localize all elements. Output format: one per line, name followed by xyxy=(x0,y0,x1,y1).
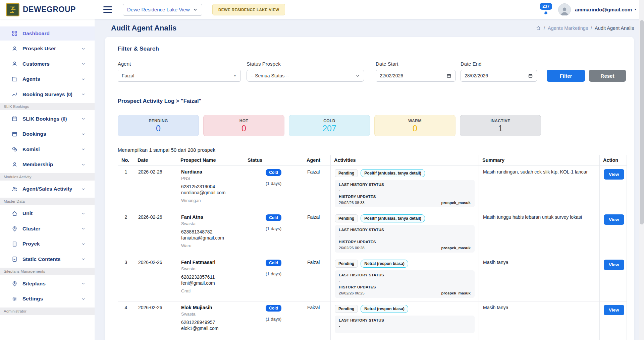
brand-logo-icon xyxy=(6,3,19,16)
history-tag: prospek_masuk xyxy=(441,291,471,295)
project-badge-button[interactable]: DEWE RESIDENCE LAKE VIEW xyxy=(212,4,285,15)
chevron-down-icon xyxy=(81,257,86,262)
sidebar-item-komisi[interactable]: Komisi xyxy=(0,142,95,156)
reset-button[interactable]: Reset xyxy=(589,70,626,82)
chevron-down-icon xyxy=(81,61,86,66)
page-title: Audit Agent Analis xyxy=(111,24,176,32)
sidebar-item-settings[interactable]: Settings xyxy=(0,292,95,306)
agent-label: Agent xyxy=(118,61,240,67)
date-start-value: 22/02/2026 xyxy=(380,73,403,78)
view-button[interactable]: View xyxy=(604,260,624,270)
history-updates-row: 26/02/26 06:28 prospek_masuk xyxy=(339,246,471,250)
activity-response-badge: Netral (respon biasa) xyxy=(361,305,408,313)
agent-select[interactable]: Faizal ▼ xyxy=(118,70,240,82)
sidebar-item-unit[interactable]: Unit xyxy=(0,206,95,220)
chevron-down-icon xyxy=(81,162,86,167)
prospect-location: Waru xyxy=(181,243,240,248)
sidebar-section-label: Master Data xyxy=(0,198,95,205)
page-scrollbar[interactable] xyxy=(639,0,644,340)
status-card-warm: WARM 0 xyxy=(374,115,455,136)
chart-line-icon xyxy=(11,91,18,97)
sidebar: Dashboard Prospek User Customers xyxy=(0,19,95,340)
view-button[interactable]: View xyxy=(604,169,624,180)
status-prospek-select[interactable]: -- Semua Status -- xyxy=(247,70,364,82)
date-start-label: Date Start xyxy=(376,61,455,67)
row-summary: Masih tanya xyxy=(479,256,600,301)
page-scrollbar-thumb[interactable] xyxy=(640,20,644,224)
table-row: 4 2026-02-26 Elok Mujiasih Swasta 628122… xyxy=(118,301,627,340)
row-date: 2026-02-26 xyxy=(134,256,177,301)
sidebar-item-agent-sales-activity[interactable]: Agent/Sales Activity xyxy=(0,182,95,196)
filter-button[interactable]: Filter xyxy=(547,70,585,82)
date-end-input[interactable]: 28/02/2026 xyxy=(461,70,537,82)
user-menu[interactable]: ammarindo@gmail.com xyxy=(575,7,637,12)
user-avatar[interactable] xyxy=(558,3,571,16)
sidebar-item-prospek-user[interactable]: Prospek User xyxy=(0,42,95,56)
table-info-text: Menampilkan 1 sampai 50 dari 208 prospek xyxy=(118,147,627,153)
sidebar-section-label: Modules Activity xyxy=(0,173,95,181)
status-prospek-label: Status Prospek xyxy=(247,61,364,67)
activity-response-badge: Positif (antusias, tanya detail) xyxy=(361,169,425,177)
prospect-occupation: PNS xyxy=(181,176,240,181)
breadcrumb: / Agents Marketings / Audit Agent Analis xyxy=(536,25,634,31)
select-arrow-icon: ▼ xyxy=(233,74,236,77)
prospect-email: nurdiana@gmail.com xyxy=(181,190,240,195)
chevron-down-icon xyxy=(81,281,86,286)
sidebar-item-dashboard[interactable]: Dashboard xyxy=(0,26,95,41)
prospect-email: faniatna@gmail.com xyxy=(181,235,240,241)
chevron-down-icon xyxy=(81,92,86,97)
sidebar-item-static-contents[interactable]: Static Contents xyxy=(0,252,95,266)
sidebar-item-cluster[interactable]: Cluster xyxy=(0,222,95,236)
folder-icon xyxy=(11,76,18,82)
history-panel: LAST HISTORY STATUS - HISTORY UPDATES 26… xyxy=(335,270,475,298)
history-updates-row: 26/02/26 06:25 prospek_masuk xyxy=(339,291,471,295)
topbar: DEWEGROUP Dewe Residence Lake View DEWE … xyxy=(0,0,644,19)
view-button[interactable]: View xyxy=(604,214,624,225)
sidebar-item-booking-surveys[interactable]: Booking Surveys (0) xyxy=(0,87,95,101)
activity-status-badge: Pending xyxy=(335,305,358,313)
project-select[interactable]: Dewe Residence Lake View xyxy=(123,4,202,16)
history-panel: LAST HISTORY STATUS - xyxy=(335,316,475,333)
column-header: No. xyxy=(118,155,134,166)
building-icon xyxy=(11,241,18,247)
activity-status-badge: Pending xyxy=(335,214,358,222)
prospect-phone: 6281228949957 xyxy=(181,320,240,325)
breadcrumb-current: Audit Agent Analis xyxy=(595,25,634,31)
menu-toggle-button[interactable] xyxy=(103,5,112,14)
sidebar-item-bookings[interactable]: Bookings xyxy=(0,127,95,141)
column-header: Summary xyxy=(479,155,600,166)
activity-response-badge: Positif (antusias, tanya detail) xyxy=(361,214,425,222)
history-timestamp: 26/02/26 06:25 xyxy=(339,291,365,295)
notifications-button[interactable]: 237 xyxy=(539,2,553,17)
sidebar-item-siteplans[interactable]: Siteplans xyxy=(0,277,95,291)
sidebar-item-customers[interactable]: Customers xyxy=(0,57,95,71)
agent-select-value: Faizal xyxy=(122,73,134,78)
sidebar-item-membership[interactable]: Membership xyxy=(0,157,95,172)
last-history-status-value: - xyxy=(339,188,471,193)
row-summary: Masih rundingan, sudah cek slik ktp, KOL… xyxy=(479,166,600,211)
view-button[interactable]: View xyxy=(604,305,624,315)
activity-status-badge: Pending xyxy=(335,169,358,177)
breadcrumb-link[interactable]: Agents Marketings xyxy=(548,25,588,31)
status-badge: Cold xyxy=(266,305,281,312)
sidebar-item-agents[interactable]: Agents xyxy=(0,72,95,86)
last-history-status-label: LAST HISTORY STATUS xyxy=(339,228,471,232)
status-badge: Cold xyxy=(266,214,281,221)
bell-icon xyxy=(543,11,549,16)
row-agent: Faizal xyxy=(303,166,331,211)
activity-response-badge: Netral (respon biasa) xyxy=(361,260,408,268)
home-icon[interactable] xyxy=(536,25,541,31)
doc-chart-icon xyxy=(11,256,18,262)
history-timestamp: 26/02/26 08:33 xyxy=(339,201,365,205)
sidebar-item-proyek[interactable]: Proyek xyxy=(0,237,95,251)
status-badge: Cold xyxy=(266,260,281,266)
table-row: 2 2026-02-26 Fani Atna Swasta 6288813487… xyxy=(118,211,627,256)
prospect-phone: 6281252319004 xyxy=(181,184,240,189)
table-header-row: No.DateProspect NameStatusAgentActivitie… xyxy=(118,155,627,166)
date-start-input[interactable]: 22/02/2026 xyxy=(376,70,455,82)
prospect-name: Nurdiana xyxy=(181,169,240,175)
status-card-inactive: INACTIVE 1 xyxy=(460,115,541,136)
sidebar-item-slik-bookings[interactable]: SLIK Bookings (0) xyxy=(0,112,95,126)
prospect-name: Fani Atna xyxy=(181,214,240,220)
history-updates-row: 26/02/26 08:33 prospek_masuk xyxy=(339,201,471,205)
